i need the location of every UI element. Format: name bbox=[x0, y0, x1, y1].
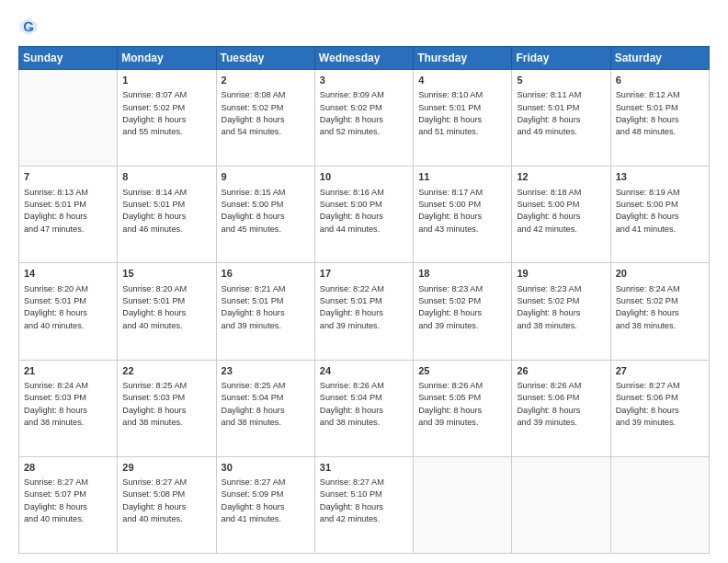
sunset-text: Sunset: 5:00 PM bbox=[616, 200, 678, 209]
cell-info: Sunrise: 8:20 AMSunset: 5:01 PMDaylight:… bbox=[122, 283, 210, 332]
sunrise-text: Sunrise: 8:23 AM bbox=[517, 284, 581, 293]
day-number: 22 bbox=[122, 364, 210, 378]
day-header-wednesday: Wednesday bbox=[314, 47, 413, 70]
sunset-text: Sunset: 5:02 PM bbox=[122, 103, 185, 112]
day-number: 26 bbox=[517, 364, 605, 378]
sunset-text: Sunset: 5:00 PM bbox=[418, 200, 481, 209]
daylight-text: Daylight: 8 hoursand 41 minutes. bbox=[222, 502, 285, 523]
daylight-text: Daylight: 8 hoursand 40 minutes. bbox=[24, 308, 87, 329]
daylight-text: Daylight: 8 hoursand 55 minutes. bbox=[122, 115, 186, 136]
daylight-text: Daylight: 8 hoursand 42 minutes. bbox=[517, 212, 580, 233]
cell-info: Sunrise: 8:21 AMSunset: 5:01 PMDaylight:… bbox=[222, 283, 310, 332]
calendar-cell: 21Sunrise: 8:24 AMSunset: 5:03 PMDayligh… bbox=[19, 360, 118, 456]
calendar-cell: 12Sunrise: 8:18 AMSunset: 5:00 PMDayligh… bbox=[512, 167, 610, 263]
daylight-text: Daylight: 8 hoursand 40 minutes. bbox=[24, 502, 87, 523]
daylight-text: Daylight: 8 hoursand 38 minutes. bbox=[24, 406, 87, 427]
day-number: 10 bbox=[320, 170, 408, 184]
daylight-text: Daylight: 8 hoursand 43 minutes. bbox=[418, 212, 482, 233]
day-number: 18 bbox=[418, 267, 506, 281]
day-number: 5 bbox=[517, 74, 605, 87]
sunset-text: Sunset: 5:08 PM bbox=[122, 489, 185, 499]
sunset-text: Sunset: 5:05 PM bbox=[418, 393, 481, 402]
calendar-cell bbox=[19, 70, 118, 167]
sunrise-text: Sunrise: 8:27 AM bbox=[616, 381, 680, 390]
day-header-tuesday: Tuesday bbox=[216, 47, 314, 70]
sunset-text: Sunset: 5:06 PM bbox=[517, 393, 579, 402]
sunrise-text: Sunrise: 8:24 AM bbox=[616, 284, 680, 293]
cell-info: Sunrise: 8:14 AMSunset: 5:01 PMDaylight:… bbox=[122, 187, 210, 236]
daylight-text: Daylight: 8 hoursand 38 minutes. bbox=[517, 308, 580, 329]
daylight-text: Daylight: 8 hoursand 40 minutes. bbox=[122, 502, 186, 523]
cell-info: Sunrise: 8:27 AMSunset: 5:07 PMDaylight:… bbox=[24, 477, 112, 525]
sunset-text: Sunset: 5:06 PM bbox=[616, 393, 678, 402]
calendar-cell: 16Sunrise: 8:21 AMSunset: 5:01 PMDayligh… bbox=[216, 263, 314, 360]
day-number: 1 bbox=[122, 74, 210, 87]
daylight-text: Daylight: 8 hoursand 51 minutes. bbox=[418, 115, 482, 136]
page: SundayMondayTuesdayWednesdayThursdayFrid… bbox=[0, 0, 728, 563]
cell-info: Sunrise: 8:27 AMSunset: 5:06 PMDaylight:… bbox=[616, 380, 704, 429]
header bbox=[18, 17, 710, 37]
calendar-cell: 10Sunrise: 8:16 AMSunset: 5:00 PMDayligh… bbox=[314, 167, 413, 263]
day-number: 23 bbox=[222, 364, 310, 378]
cell-info: Sunrise: 8:24 AMSunset: 5:03 PMDaylight:… bbox=[24, 380, 112, 429]
sunset-text: Sunset: 5:01 PM bbox=[122, 200, 185, 209]
sunrise-text: Sunrise: 8:26 AM bbox=[517, 381, 581, 390]
cell-info: Sunrise: 8:12 AMSunset: 5:01 PMDaylight:… bbox=[616, 89, 704, 138]
calendar-cell: 19Sunrise: 8:23 AMSunset: 5:02 PMDayligh… bbox=[512, 263, 610, 360]
sunset-text: Sunset: 5:01 PM bbox=[517, 103, 579, 112]
sunrise-text: Sunrise: 8:10 AM bbox=[418, 90, 483, 99]
sunrise-text: Sunrise: 8:18 AM bbox=[517, 188, 581, 197]
cell-info: Sunrise: 8:27 AMSunset: 5:10 PMDaylight:… bbox=[320, 477, 408, 525]
logo bbox=[18, 17, 40, 37]
day-number: 17 bbox=[320, 267, 408, 281]
sunset-text: Sunset: 5:00 PM bbox=[222, 200, 284, 209]
day-number: 28 bbox=[24, 461, 112, 475]
daylight-text: Daylight: 8 hoursand 41 minutes. bbox=[616, 212, 679, 233]
sunrise-text: Sunrise: 8:26 AM bbox=[418, 381, 483, 390]
sunset-text: Sunset: 5:02 PM bbox=[320, 103, 382, 112]
cell-info: Sunrise: 8:22 AMSunset: 5:01 PMDaylight:… bbox=[320, 283, 408, 332]
day-number: 8 bbox=[122, 170, 210, 184]
daylight-text: Daylight: 8 hoursand 42 minutes. bbox=[320, 502, 383, 523]
sunset-text: Sunset: 5:02 PM bbox=[222, 103, 284, 112]
sunset-text: Sunset: 5:01 PM bbox=[616, 103, 678, 112]
day-number: 7 bbox=[24, 170, 112, 184]
calendar-cell: 6Sunrise: 8:12 AMSunset: 5:01 PMDaylight… bbox=[610, 70, 709, 167]
sunset-text: Sunset: 5:02 PM bbox=[418, 296, 481, 305]
calendar-cell: 25Sunrise: 8:26 AMSunset: 5:05 PMDayligh… bbox=[414, 360, 512, 456]
sunset-text: Sunset: 5:02 PM bbox=[517, 296, 579, 305]
cell-info: Sunrise: 8:26 AMSunset: 5:04 PMDaylight:… bbox=[320, 380, 408, 429]
calendar-cell: 20Sunrise: 8:24 AMSunset: 5:02 PMDayligh… bbox=[610, 263, 709, 360]
day-header-saturday: Saturday bbox=[610, 47, 709, 70]
day-number: 11 bbox=[418, 170, 506, 184]
cell-info: Sunrise: 8:16 AMSunset: 5:00 PMDaylight:… bbox=[320, 187, 408, 236]
cell-info: Sunrise: 8:17 AMSunset: 5:00 PMDaylight:… bbox=[418, 187, 506, 236]
sunset-text: Sunset: 5:01 PM bbox=[24, 200, 86, 209]
cell-info: Sunrise: 8:11 AMSunset: 5:01 PMDaylight:… bbox=[517, 89, 605, 138]
sunrise-text: Sunrise: 8:13 AM bbox=[24, 188, 88, 197]
daylight-text: Daylight: 8 hoursand 38 minutes. bbox=[222, 406, 285, 427]
sunset-text: Sunset: 5:03 PM bbox=[24, 393, 86, 402]
sunset-text: Sunset: 5:02 PM bbox=[616, 296, 678, 305]
daylight-text: Daylight: 8 hoursand 49 minutes. bbox=[517, 115, 580, 136]
calendar-cell: 11Sunrise: 8:17 AMSunset: 5:00 PMDayligh… bbox=[414, 167, 512, 263]
daylight-text: Daylight: 8 hoursand 54 minutes. bbox=[222, 115, 285, 136]
daylight-text: Daylight: 8 hoursand 39 minutes. bbox=[418, 308, 482, 329]
day-number: 14 bbox=[24, 267, 112, 281]
day-number: 21 bbox=[24, 364, 112, 378]
svg-marker-0 bbox=[19, 17, 37, 35]
daylight-text: Daylight: 8 hoursand 39 minutes. bbox=[222, 308, 285, 329]
sunset-text: Sunset: 5:10 PM bbox=[320, 489, 382, 499]
calendar-cell: 4Sunrise: 8:10 AMSunset: 5:01 PMDaylight… bbox=[414, 70, 512, 167]
calendar-cell bbox=[414, 456, 512, 553]
sunrise-text: Sunrise: 8:27 AM bbox=[24, 477, 88, 487]
daylight-text: Daylight: 8 hoursand 38 minutes. bbox=[122, 406, 186, 427]
daylight-text: Daylight: 8 hoursand 45 minutes. bbox=[222, 212, 285, 233]
sunset-text: Sunset: 5:09 PM bbox=[222, 489, 284, 499]
calendar-cell: 31Sunrise: 8:27 AMSunset: 5:10 PMDayligh… bbox=[314, 456, 413, 553]
sunrise-text: Sunrise: 8:12 AM bbox=[616, 90, 680, 99]
daylight-text: Daylight: 8 hoursand 46 minutes. bbox=[122, 212, 186, 233]
week-row-1: 7Sunrise: 8:13 AMSunset: 5:01 PMDaylight… bbox=[19, 167, 710, 263]
sunrise-text: Sunrise: 8:25 AM bbox=[122, 381, 187, 390]
sunset-text: Sunset: 5:03 PM bbox=[122, 393, 185, 402]
